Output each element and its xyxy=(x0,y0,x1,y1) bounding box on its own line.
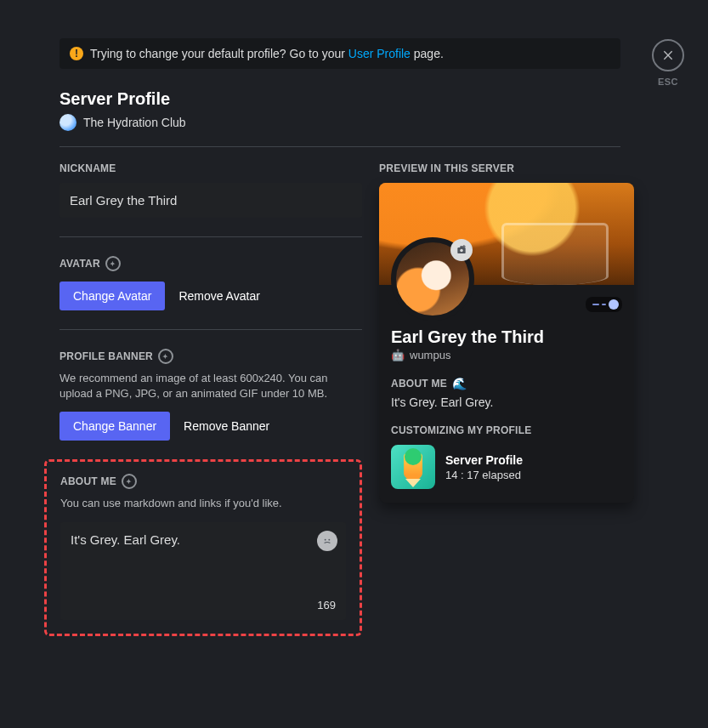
robot-icon: 🤖 xyxy=(391,349,405,361)
server-name: The Hydration Club xyxy=(83,116,186,129)
nitro-badge-icon xyxy=(586,297,622,312)
change-avatar-button[interactable]: Change Avatar xyxy=(59,282,165,310)
activity-icon xyxy=(391,445,435,489)
activity-elapsed-time: 14 : 17 elapsed xyxy=(445,469,523,481)
preview-username: 🤖 wumpus xyxy=(391,349,622,361)
default-profile-notice: ! Trying to change your default profile?… xyxy=(59,38,620,69)
remove-avatar-button[interactable]: Remove Avatar xyxy=(178,282,259,310)
server-indicator: The Hydration Club xyxy=(59,114,620,131)
banner-help-text: We recommend an image of at least 600x24… xyxy=(59,371,362,401)
svg-point-5 xyxy=(460,249,463,253)
about-me-char-count: 169 xyxy=(317,599,336,611)
profile-preview-card: Earl Grey the Third 🤖 wumpus ABOUT ME 🌊 … xyxy=(379,183,634,503)
svg-point-2 xyxy=(328,538,330,540)
preview-about-heading: ABOUT ME 🌊 xyxy=(391,377,622,390)
nickname-label: NICKNAME xyxy=(59,162,362,174)
nitro-indicator-icon: ✦ xyxy=(105,256,121,271)
nitro-indicator-icon: ✦ xyxy=(122,474,137,489)
about-me-value: It's Grey. Earl Grey. xyxy=(71,532,180,547)
about-me-highlighted-section: ABOUT ME ✦ You can use markdown and link… xyxy=(44,459,362,635)
upload-avatar-icon[interactable] xyxy=(450,239,473,261)
banner-label: PROFILE BANNER ✦ xyxy=(59,349,362,364)
nickname-input[interactable] xyxy=(59,183,362,218)
avatar-preview[interactable] xyxy=(391,237,474,321)
nitro-indicator-icon: ✦ xyxy=(158,349,173,364)
warning-icon: ! xyxy=(70,47,83,60)
svg-point-1 xyxy=(325,538,326,540)
page-title: Server Profile xyxy=(59,89,620,109)
preview-activity-heading: CUSTOMIZING MY PROFILE xyxy=(391,424,622,436)
preview-about-text: It's Grey. Earl Grey. xyxy=(391,395,622,409)
close-button[interactable] xyxy=(652,39,684,71)
avatar-label: AVATAR ✦ xyxy=(59,256,362,271)
about-me-input[interactable]: It's Grey. Earl Grey. 169 xyxy=(60,522,346,620)
change-banner-button[interactable]: Change Banner xyxy=(59,412,170,441)
esc-label: ESC xyxy=(652,77,684,87)
emoji-picker-icon[interactable] xyxy=(317,531,337,551)
water-icon: 🌊 xyxy=(452,377,467,390)
svg-point-0 xyxy=(321,534,334,547)
about-me-help-text: You can use markdown and links if you'd … xyxy=(60,496,346,511)
divider xyxy=(59,146,620,147)
activity-title: Server Profile xyxy=(445,453,523,467)
remove-banner-button[interactable]: Remove Banner xyxy=(184,412,269,441)
server-icon xyxy=(59,114,76,131)
user-profile-link[interactable]: User Profile xyxy=(348,47,411,60)
preview-display-name: Earl Grey the Third xyxy=(391,327,622,347)
notice-text: Trying to change your default profile? G… xyxy=(90,47,444,60)
preview-heading: PREVIEW IN THIS SERVER xyxy=(379,162,634,174)
svg-rect-7 xyxy=(462,246,466,247)
about-me-label: ABOUT ME ✦ xyxy=(60,474,346,489)
profile-banner-preview[interactable] xyxy=(379,183,634,285)
